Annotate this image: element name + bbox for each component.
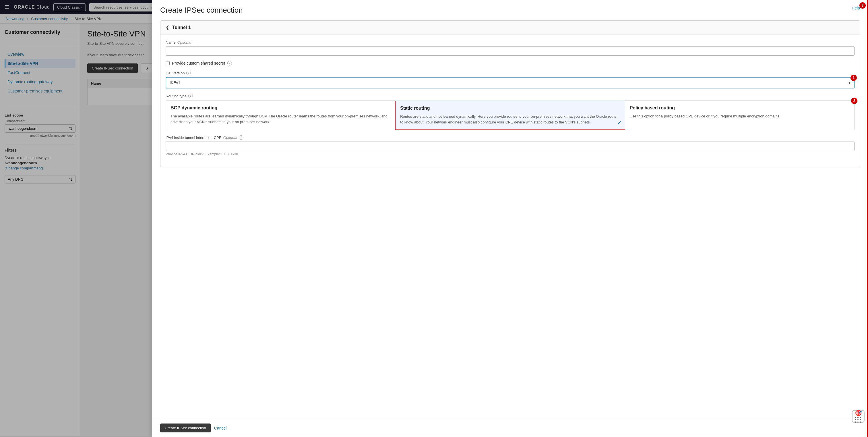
static-card-title: Static routing bbox=[400, 106, 620, 111]
shared-secret-label: Provide custom shared secret bbox=[172, 61, 225, 65]
modal-panel: 3 Create IPSec connection Help ❮ Tunnel … bbox=[152, 0, 868, 437]
modal-header: Create IPSec connection Help bbox=[152, 0, 868, 14]
name-optional-label: Optional bbox=[177, 40, 191, 44]
ipv4-form-group: IPv4 inside tunnel interface - CPE Optio… bbox=[166, 135, 855, 156]
ike-version-select[interactable]: IKEv1 IKEv2 bbox=[166, 77, 854, 88]
routing-cards-container: BGP dynamic routing The available routes… bbox=[166, 100, 855, 130]
tunnel-section: ❮ Tunnel 1 Name Optional bbox=[160, 21, 860, 167]
routing-card-bgp[interactable]: BGP dynamic routing The available routes… bbox=[166, 101, 395, 130]
routing-card-static[interactable]: Static routing Routes are static and not… bbox=[395, 100, 625, 130]
support-widget[interactable]: 🎯 bbox=[852, 410, 865, 423]
bgp-card-desc: The available routes are learned dynamic… bbox=[170, 114, 391, 125]
ipv4-optional-label: Optional bbox=[223, 135, 237, 140]
routing-cards: BGP dynamic routing The available routes… bbox=[166, 100, 855, 130]
routing-annotation-badge: 2 bbox=[851, 98, 857, 104]
ike-version-label: IKE version i bbox=[166, 71, 855, 75]
modal-body: ❮ Tunnel 1 Name Optional bbox=[152, 14, 868, 418]
shared-secret-group: Provide custom shared secret i bbox=[166, 61, 855, 65]
tunnel-body: Name Optional Provide custom shared secr… bbox=[160, 34, 860, 167]
modal-footer: Create IPSec connection Cancel bbox=[152, 418, 868, 437]
shared-secret-checkbox[interactable] bbox=[166, 61, 169, 65]
bgp-card-title: BGP dynamic routing bbox=[170, 105, 391, 111]
routing-type-label: Routing type i bbox=[166, 94, 855, 98]
red-scroll-indicator bbox=[867, 0, 868, 437]
policy-card-desc: Use this option for a policy based CPE d… bbox=[630, 114, 849, 119]
static-card-desc: Routes are static and not learned dynami… bbox=[400, 114, 620, 125]
ike-annotation-badge: 1 bbox=[850, 75, 857, 81]
routing-type-section: Routing type i BGP dynamic routing The a… bbox=[166, 94, 855, 130]
tunnel-title: Tunnel 1 bbox=[172, 25, 191, 30]
modal-title: Create IPSec connection bbox=[160, 6, 243, 14]
ipv4-input[interactable] bbox=[166, 142, 855, 151]
ike-select-container: IKEv1 IKEv2 ▾ 1 bbox=[166, 77, 855, 88]
modal-cancel-link[interactable]: Cancel bbox=[214, 426, 227, 430]
name-label: Name Optional bbox=[166, 40, 855, 44]
static-card-checkmark-icon: ✓ bbox=[617, 120, 621, 126]
routing-card-policy[interactable]: Policy based routing Use this option for… bbox=[625, 101, 854, 130]
ipv4-info-icon[interactable]: i bbox=[239, 135, 243, 140]
ike-version-info-icon[interactable]: i bbox=[186, 71, 191, 75]
ipv4-label: IPv4 inside tunnel interface - CPE Optio… bbox=[166, 135, 855, 140]
policy-card-title: Policy based routing bbox=[630, 105, 849, 111]
modal-overlay: 3 Create IPSec connection Help ❮ Tunnel … bbox=[0, 0, 868, 437]
ike-select-wrapper: IKEv1 IKEv2 ▾ bbox=[166, 77, 855, 88]
ike-version-form-group: IKE version i IKEv1 IKEv2 ▾ 1 bbox=[166, 71, 855, 88]
modal-create-ipsec-button[interactable]: Create IPSec connection bbox=[160, 424, 211, 432]
name-input[interactable] bbox=[166, 46, 855, 56]
routing-type-info-icon[interactable]: i bbox=[188, 94, 193, 98]
dots-grid-icon bbox=[855, 417, 861, 423]
tunnel-chevron-icon: ❮ bbox=[166, 25, 169, 30]
tunnel-header[interactable]: ❮ Tunnel 1 bbox=[160, 21, 860, 34]
ipv4-hint: Provide IPv4 CIDR block. Example: 10.0.0… bbox=[166, 152, 855, 156]
shared-secret-info-icon[interactable]: i bbox=[227, 61, 232, 65]
name-form-group: Name Optional bbox=[166, 40, 855, 56]
annotation-badge-3: 3 bbox=[859, 2, 866, 9]
modal-help-link[interactable]: Help bbox=[851, 6, 860, 10]
